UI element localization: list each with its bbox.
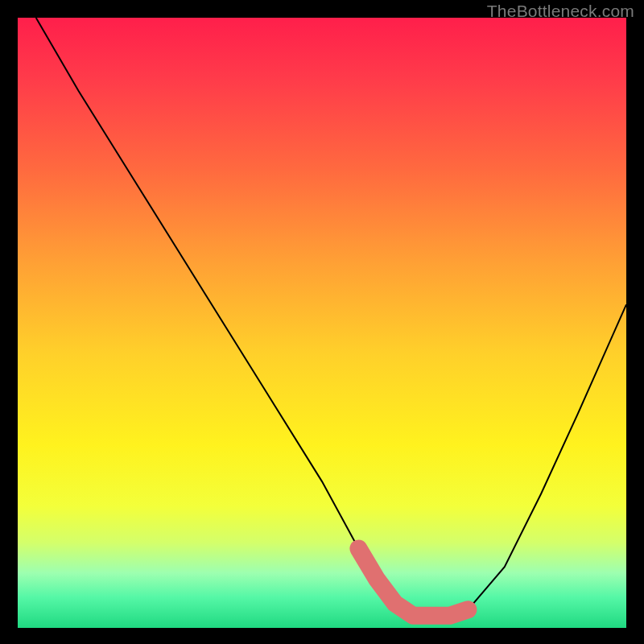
- bottleneck-chart: [18, 18, 626, 628]
- watermark-text: TheBottleneck.com: [487, 2, 634, 21]
- chart-frame: [18, 18, 626, 628]
- gradient-background: [18, 18, 626, 628]
